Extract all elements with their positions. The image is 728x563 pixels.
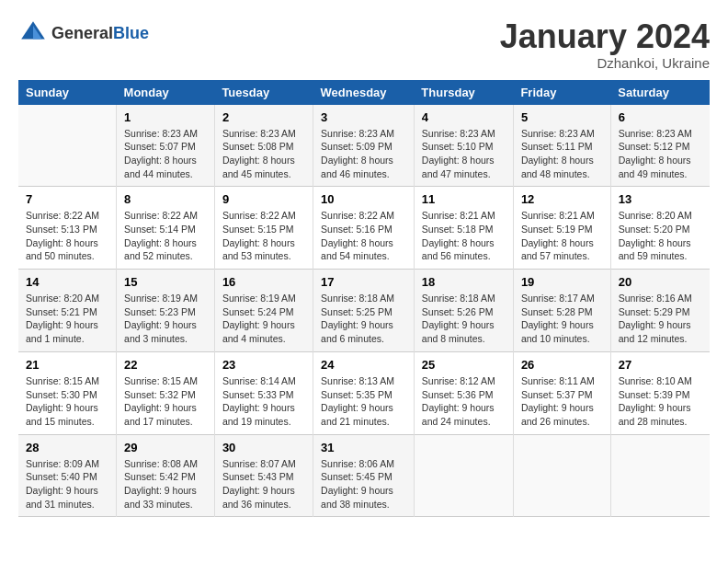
calendar-cell: 31Sunrise: 8:06 AMSunset: 5:45 PMDayligh… <box>313 434 415 517</box>
calendar-cell: 19Sunrise: 8:17 AMSunset: 5:28 PMDayligh… <box>513 270 610 352</box>
day-number: 14 <box>26 275 108 289</box>
calendar-cell <box>513 434 610 517</box>
calendar-cell: 9Sunrise: 8:22 AMSunset: 5:15 PMDaylight… <box>214 187 313 270</box>
day-info: Sunrise: 8:23 AMSunset: 5:10 PMDaylight:… <box>422 127 506 181</box>
day-number: 10 <box>321 192 406 206</box>
logo-general: General <box>51 24 113 42</box>
header-day-wednesday: Wednesday <box>313 80 415 105</box>
calendar-cell: 28Sunrise: 8:09 AMSunset: 5:40 PMDayligh… <box>18 434 117 517</box>
calendar-body: 1Sunrise: 8:23 AMSunset: 5:07 PMDaylight… <box>18 105 710 517</box>
day-info: Sunrise: 8:15 AMSunset: 5:30 PMDaylight:… <box>26 374 108 429</box>
calendar-cell: 25Sunrise: 8:12 AMSunset: 5:36 PMDayligh… <box>414 351 513 434</box>
calendar-cell: 7Sunrise: 8:22 AMSunset: 5:13 PMDaylight… <box>18 187 117 270</box>
day-number: 1 <box>124 110 207 124</box>
day-number: 4 <box>422 110 506 124</box>
calendar-cell: 16Sunrise: 8:19 AMSunset: 5:24 PMDayligh… <box>214 270 313 352</box>
calendar-cell: 30Sunrise: 8:07 AMSunset: 5:43 PMDayligh… <box>214 434 313 517</box>
calendar-cell: 6Sunrise: 8:23 AMSunset: 5:12 PMDaylight… <box>610 105 710 187</box>
calendar-cell: 1Sunrise: 8:23 AMSunset: 5:07 PMDaylight… <box>117 105 215 187</box>
day-number: 21 <box>26 358 108 372</box>
week-row-3: 14Sunrise: 8:20 AMSunset: 5:21 PMDayligh… <box>18 270 710 352</box>
month-title: January 2024 <box>500 18 710 55</box>
day-number: 16 <box>222 275 305 289</box>
day-info: Sunrise: 8:22 AMSunset: 5:14 PMDaylight:… <box>124 209 207 263</box>
day-info: Sunrise: 8:09 AMSunset: 5:40 PMDaylight:… <box>26 457 108 511</box>
week-row-5: 28Sunrise: 8:09 AMSunset: 5:40 PMDayligh… <box>18 434 710 517</box>
header-day-monday: Monday <box>117 80 215 105</box>
day-number: 29 <box>124 441 207 454</box>
logo-text: GeneralBlue <box>51 24 149 43</box>
calendar-header: SundayMondayTuesdayWednesdayThursdayFrid… <box>18 80 710 105</box>
calendar-cell: 2Sunrise: 8:23 AMSunset: 5:08 PMDaylight… <box>214 105 313 187</box>
week-row-2: 7Sunrise: 8:22 AMSunset: 5:13 PMDaylight… <box>18 187 710 270</box>
calendar-cell <box>414 434 513 517</box>
calendar-cell: 18Sunrise: 8:18 AMSunset: 5:26 PMDayligh… <box>414 270 513 352</box>
day-info: Sunrise: 8:19 AMSunset: 5:24 PMDaylight:… <box>222 292 305 346</box>
day-number: 24 <box>321 358 406 372</box>
header-row: SundayMondayTuesdayWednesdayThursdayFrid… <box>18 80 710 105</box>
day-number: 18 <box>422 275 506 289</box>
calendar-cell: 11Sunrise: 8:21 AMSunset: 5:18 PMDayligh… <box>414 187 513 270</box>
day-info: Sunrise: 8:20 AMSunset: 5:20 PMDaylight:… <box>619 209 702 263</box>
day-number: 25 <box>422 358 506 372</box>
day-number: 9 <box>222 192 305 206</box>
calendar-table: SundayMondayTuesdayWednesdayThursdayFrid… <box>18 80 710 518</box>
day-number: 8 <box>124 192 207 206</box>
calendar-cell: 20Sunrise: 8:16 AMSunset: 5:29 PMDayligh… <box>610 270 710 352</box>
day-info: Sunrise: 8:13 AMSunset: 5:35 PMDaylight:… <box>321 374 406 429</box>
calendar-cell <box>610 434 710 517</box>
day-info: Sunrise: 8:22 AMSunset: 5:13 PMDaylight:… <box>26 209 108 263</box>
logo-icon <box>18 18 48 48</box>
day-number: 5 <box>521 110 603 124</box>
location-subtitle: Dzhankoi, Ukraine <box>500 55 710 71</box>
day-info: Sunrise: 8:23 AMSunset: 5:09 PMDaylight:… <box>321 127 406 181</box>
day-number: 12 <box>521 192 603 206</box>
logo: GeneralBlue <box>18 18 149 48</box>
day-number: 26 <box>521 358 603 372</box>
day-info: Sunrise: 8:17 AMSunset: 5:28 PMDaylight:… <box>521 292 603 346</box>
day-info: Sunrise: 8:18 AMSunset: 5:26 PMDaylight:… <box>422 292 506 346</box>
day-info: Sunrise: 8:07 AMSunset: 5:43 PMDaylight:… <box>222 457 305 511</box>
calendar-cell: 17Sunrise: 8:18 AMSunset: 5:25 PMDayligh… <box>313 270 415 352</box>
title-area: January 2024 Dzhankoi, Ukraine <box>500 18 710 71</box>
calendar-cell: 5Sunrise: 8:23 AMSunset: 5:11 PMDaylight… <box>513 105 610 187</box>
day-number: 22 <box>124 358 207 372</box>
calendar-cell: 12Sunrise: 8:21 AMSunset: 5:19 PMDayligh… <box>513 187 610 270</box>
day-info: Sunrise: 8:23 AMSunset: 5:07 PMDaylight:… <box>124 127 207 181</box>
header-day-friday: Friday <box>513 80 610 105</box>
day-info: Sunrise: 8:23 AMSunset: 5:12 PMDaylight:… <box>619 127 702 181</box>
day-info: Sunrise: 8:23 AMSunset: 5:08 PMDaylight:… <box>222 127 305 181</box>
week-row-4: 21Sunrise: 8:15 AMSunset: 5:30 PMDayligh… <box>18 351 710 434</box>
calendar-cell: 3Sunrise: 8:23 AMSunset: 5:09 PMDaylight… <box>313 105 415 187</box>
day-number: 6 <box>619 110 702 124</box>
day-info: Sunrise: 8:22 AMSunset: 5:15 PMDaylight:… <box>222 209 305 263</box>
day-number: 3 <box>321 110 406 124</box>
header-day-sunday: Sunday <box>18 80 117 105</box>
calendar-cell: 29Sunrise: 8:08 AMSunset: 5:42 PMDayligh… <box>117 434 215 517</box>
day-info: Sunrise: 8:11 AMSunset: 5:37 PMDaylight:… <box>521 374 603 429</box>
day-number: 28 <box>26 441 108 454</box>
day-info: Sunrise: 8:15 AMSunset: 5:32 PMDaylight:… <box>124 374 207 429</box>
day-info: Sunrise: 8:10 AMSunset: 5:39 PMDaylight:… <box>619 374 702 429</box>
day-number: 27 <box>619 358 702 372</box>
day-info: Sunrise: 8:19 AMSunset: 5:23 PMDaylight:… <box>124 292 207 346</box>
day-info: Sunrise: 8:18 AMSunset: 5:25 PMDaylight:… <box>321 292 406 346</box>
header-day-saturday: Saturday <box>610 80 710 105</box>
calendar-cell: 8Sunrise: 8:22 AMSunset: 5:14 PMDaylight… <box>117 187 215 270</box>
day-number: 30 <box>222 441 305 454</box>
calendar-cell: 23Sunrise: 8:14 AMSunset: 5:33 PMDayligh… <box>214 351 313 434</box>
day-number: 13 <box>619 192 702 206</box>
calendar-cell: 22Sunrise: 8:15 AMSunset: 5:32 PMDayligh… <box>117 351 215 434</box>
calendar-cell: 21Sunrise: 8:15 AMSunset: 5:30 PMDayligh… <box>18 351 117 434</box>
calendar-cell: 24Sunrise: 8:13 AMSunset: 5:35 PMDayligh… <box>313 351 415 434</box>
day-number: 15 <box>124 275 207 289</box>
logo-blue: Blue <box>113 24 149 42</box>
day-info: Sunrise: 8:14 AMSunset: 5:33 PMDaylight:… <box>222 374 305 429</box>
day-number: 20 <box>619 275 702 289</box>
day-info: Sunrise: 8:21 AMSunset: 5:19 PMDaylight:… <box>521 209 603 263</box>
day-number: 11 <box>422 192 506 206</box>
day-info: Sunrise: 8:12 AMSunset: 5:36 PMDaylight:… <box>422 374 506 429</box>
day-info: Sunrise: 8:16 AMSunset: 5:29 PMDaylight:… <box>619 292 702 346</box>
day-info: Sunrise: 8:08 AMSunset: 5:42 PMDaylight:… <box>124 457 207 511</box>
calendar-cell: 14Sunrise: 8:20 AMSunset: 5:21 PMDayligh… <box>18 270 117 352</box>
